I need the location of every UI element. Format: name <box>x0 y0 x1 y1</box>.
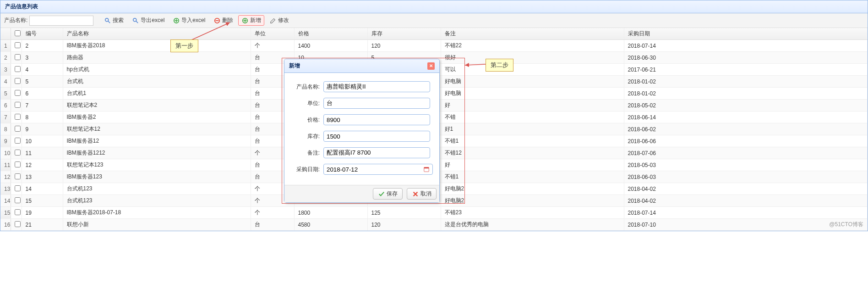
cell-date: 2018-07-06 <box>624 147 868 159</box>
row-number: 11 <box>0 159 11 171</box>
cell-date: 2018-06-03 <box>624 171 868 183</box>
cell-id: 12 <box>22 159 63 171</box>
dialog-header[interactable]: 新增 ✕ <box>284 59 439 73</box>
name-filter-input[interactable] <box>29 16 93 26</box>
row-checkbox[interactable] <box>15 102 21 108</box>
row-number: 16 <box>0 219 11 231</box>
form-input-stock[interactable] <box>323 131 430 142</box>
row-number: 13 <box>0 183 11 195</box>
row-number: 3 <box>0 64 11 76</box>
form-input-unit[interactable] <box>323 98 430 109</box>
form-label-stock: 库存: <box>294 133 323 140</box>
row-number: 9 <box>0 135 11 147</box>
cell-id: 6 <box>22 88 63 100</box>
cell-name: IBM服务器123 <box>63 171 251 183</box>
row-checkbox[interactable] <box>15 173 21 179</box>
col-remark[interactable]: 备注 <box>441 28 624 40</box>
close-icon[interactable]: ✕ <box>427 62 435 70</box>
cell-remark: 不错22 <box>441 40 624 52</box>
export-excel-button[interactable]: 导出excel <box>129 15 168 26</box>
save-label: 保存 <box>387 190 398 198</box>
search-button[interactable]: 搜索 <box>101 15 127 26</box>
row-number: 12 <box>0 171 11 183</box>
row-checkbox[interactable] <box>15 185 21 191</box>
cell-name: 台式机123 <box>63 195 251 207</box>
panel-title: 产品信息列表 <box>0 0 868 13</box>
annotation-step2: 第二步 <box>486 59 513 72</box>
form-label-name: 产品名称: <box>294 83 323 91</box>
col-stock[interactable]: 库存 <box>367 28 441 40</box>
row-checkbox[interactable] <box>15 66 21 72</box>
cell-name: hp台式机 <box>63 64 251 76</box>
cell-name: 台式机 <box>63 76 251 88</box>
row-number: 10 <box>0 147 11 159</box>
check-icon <box>378 190 385 198</box>
dialog-title: 新增 <box>289 62 300 70</box>
form-input-date[interactable] <box>323 164 433 175</box>
cell-date: 2018-05-02 <box>624 100 868 111</box>
cancel-label: 取消 <box>420 190 431 198</box>
cell-remark: 很好 <box>441 52 624 64</box>
col-price[interactable]: 价格 <box>294 28 367 40</box>
save-button[interactable]: 保存 <box>373 188 403 200</box>
cell-unit: 个 <box>251 40 294 52</box>
name-filter-label: 产品名称: <box>4 17 27 24</box>
col-rownum <box>0 28 11 40</box>
cell-remark: 不错 <box>441 111 624 123</box>
cell-stock: 120 <box>367 40 441 52</box>
add-label: 新增 <box>250 17 261 24</box>
row-checkbox[interactable] <box>15 197 21 203</box>
delete-label: 删除 <box>222 17 233 24</box>
cell-date: 2018-06-06 <box>624 135 868 147</box>
cell-id: 13 <box>22 171 63 183</box>
row-checkbox[interactable] <box>15 54 21 60</box>
col-date[interactable]: 采购日期 <box>624 28 868 40</box>
cell-id: 11 <box>22 147 63 159</box>
add-button[interactable]: 新增 <box>238 15 264 26</box>
row-checkbox[interactable] <box>15 221 21 227</box>
modify-button[interactable]: 修改 <box>266 15 292 26</box>
delete-button[interactable]: 删除 <box>210 15 236 26</box>
table-row[interactable]: 1621联想小新台4580120这是台优秀的电脑2018-07-10 <box>0 219 868 231</box>
cell-name: IBM服务器2018-07-18 <box>63 207 251 219</box>
cell-date: 2018-06-30 <box>624 52 868 64</box>
cell-remark: 可以 <box>441 64 624 76</box>
col-checkbox <box>11 28 22 40</box>
col-unit[interactable]: 单位 <box>251 28 294 40</box>
row-checkbox[interactable] <box>15 114 21 120</box>
cell-date: 2017-06-21 <box>624 64 868 76</box>
col-name[interactable]: 产品名称 <box>63 28 251 40</box>
row-checkbox[interactable] <box>15 161 21 167</box>
row-checkbox[interactable] <box>15 209 21 215</box>
cell-id: 8 <box>22 111 63 123</box>
import-icon <box>173 17 180 24</box>
row-checkbox[interactable] <box>15 42 21 48</box>
cell-id: 7 <box>22 100 63 111</box>
cancel-button[interactable]: 取消 <box>407 188 437 200</box>
form-input-price[interactable] <box>323 114 430 125</box>
row-number: 1 <box>0 40 11 52</box>
form-input-remark[interactable] <box>323 147 430 158</box>
cell-remark: 好电脑2 <box>441 183 624 195</box>
cell-id: 10 <box>22 135 63 147</box>
svg-line-1 <box>108 21 110 22</box>
row-number: 14 <box>0 195 11 207</box>
form-input-name[interactable] <box>323 81 430 92</box>
col-id[interactable]: 编号 <box>22 28 63 40</box>
row-checkbox[interactable] <box>15 138 21 144</box>
table-row[interactable]: 12IBM服务器2018个1400120不错222018-07-14 <box>0 40 868 52</box>
form-label-remark: 备注: <box>294 149 323 157</box>
row-number: 6 <box>0 100 11 111</box>
search-icon <box>104 17 111 24</box>
row-checkbox[interactable] <box>15 78 21 84</box>
annotation-step1: 第一步 <box>170 39 198 52</box>
table-row[interactable]: 1519IBM服务器2018-07-18个1800125不错232018-07-… <box>0 207 868 219</box>
row-number: 2 <box>0 52 11 64</box>
row-checkbox[interactable] <box>15 126 21 132</box>
row-checkbox[interactable] <box>15 90 21 96</box>
row-checkbox[interactable] <box>15 150 21 156</box>
cell-name: 台式机123 <box>63 183 251 195</box>
select-all-checkbox[interactable] <box>15 30 21 36</box>
cell-remark: 好 <box>441 159 624 171</box>
import-excel-button[interactable]: 导入excel <box>169 15 208 26</box>
